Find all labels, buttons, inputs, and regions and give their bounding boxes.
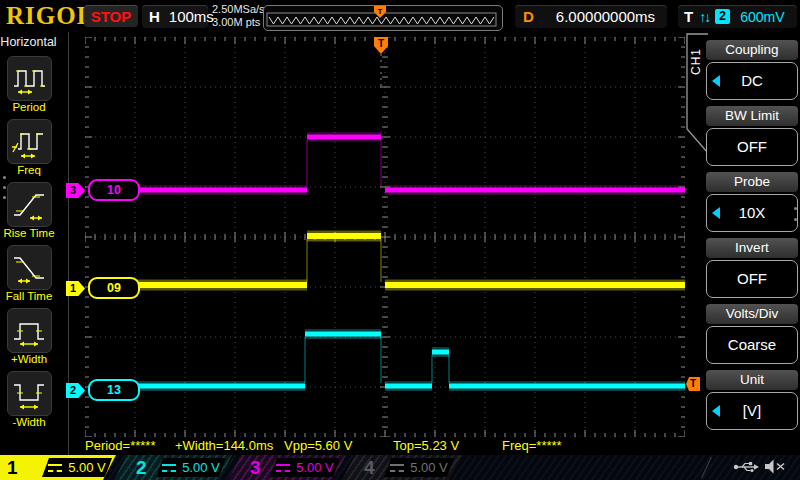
menu-button-period[interactable] (7, 56, 52, 101)
softkey-value-box[interactable]: DC (706, 62, 798, 100)
dc-coupling-icon (276, 463, 290, 472)
left-scroll-dot (3, 186, 6, 189)
channel-number: 1 (7, 455, 18, 480)
rigol-logo: RIGOL (6, 2, 94, 30)
trigger-label: T (684, 8, 693, 25)
softkey-value: OFF (737, 270, 767, 287)
softkey-unit[interactable]: Unit [V] (706, 370, 798, 430)
softkey-title: Unit (706, 370, 798, 390)
select-arrow-icon (712, 405, 720, 417)
channel-chip-4[interactable]: 4 5.00 V (342, 455, 462, 480)
dc-coupling-icon (48, 463, 62, 472)
left-scroll-dot (3, 196, 6, 199)
channel-position-marker-1[interactable]: 1 (66, 281, 85, 296)
softkey-value-box[interactable]: 10X (706, 194, 798, 232)
menu-label-plus-width: +Width (0, 353, 62, 365)
softkey-value: Coarse (728, 336, 776, 353)
channel-number: 4 (364, 455, 375, 480)
scope-display: T (85, 37, 685, 437)
channel-position-marker-3[interactable]: 3 (66, 183, 85, 198)
minus-width-icon (8, 372, 51, 415)
softkey-title: Probe (706, 172, 798, 192)
menu-label-rise-time: Rise Time (0, 227, 62, 239)
measurement-period: Period=***** (85, 438, 155, 453)
timebase-readout[interactable]: H100ms (142, 5, 208, 28)
softkey-title: Coupling (706, 40, 798, 60)
delay-value: 6.00000000ms (556, 8, 655, 25)
channel-number: 2 (136, 455, 147, 480)
menu-label-minus-width: -Width (0, 416, 62, 428)
timebase-value: 100ms (169, 8, 214, 25)
waveform-svg: T (85, 37, 685, 437)
rise-time-icon (8, 183, 51, 226)
waveform-preview[interactable]: T (263, 5, 503, 31)
fall-time-icon (8, 246, 51, 289)
softkey-volts-div[interactable]: Volts/Div Coarse (706, 304, 798, 364)
select-arrow-icon (712, 207, 720, 219)
top-status-bar: RIGOL STOP H100ms 2.50MSa/s 3.00M pts T … (0, 0, 800, 32)
right-scroll-dot (794, 207, 797, 210)
channel-scale: 5.00 V (182, 460, 220, 475)
softkey-value-box[interactable]: OFF (706, 128, 798, 166)
trigger-readout[interactable]: T ↑↓ 2 600mV (678, 5, 797, 28)
channel-scale-box: 5.00 V (156, 458, 226, 477)
wave-label-ch2: 13 (88, 379, 140, 401)
run-state-indicator[interactable]: STOP (84, 5, 138, 28)
menu-button-fall-time[interactable] (7, 245, 52, 290)
dc-coupling-icon (390, 463, 404, 472)
channel-scale-box: 5.00 V (270, 458, 340, 477)
softkey-probe[interactable]: Probe 10X (706, 172, 798, 232)
wave-label-ch1: 09 (88, 277, 140, 299)
softkey-value: [V] (743, 402, 761, 419)
softkey-coupling[interactable]: Coupling DC (706, 40, 798, 100)
trigger-level-marker[interactable]: T (686, 377, 700, 391)
channel-position-marker-2[interactable]: 2 (66, 383, 85, 398)
measurement-top: Top=5.23 V (393, 438, 459, 453)
svg-text:T: T (378, 38, 384, 49)
trigger-level-value: 600mV (740, 9, 784, 25)
channel-scale: 5.00 V (68, 460, 106, 475)
softkey-invert[interactable]: Invert OFF (706, 238, 798, 298)
dc-coupling-icon (162, 463, 176, 472)
plus-width-icon (8, 309, 51, 352)
softkey-title: Invert (706, 238, 798, 258)
acquisition-info: 2.50MSa/s 3.00M pts (212, 3, 265, 29)
channel-scale-box: 5.00 V (384, 458, 454, 477)
softkey-title: Volts/Div (706, 304, 798, 324)
menu-button-minus-width[interactable] (7, 371, 52, 416)
menu-label-period: Period (0, 101, 62, 113)
menu-label-freq: Freq (0, 164, 62, 176)
softkey-value: DC (741, 72, 763, 89)
measurement-freq: Freq=***** (502, 438, 562, 453)
period-icon (8, 57, 51, 100)
menu-button-freq[interactable] (7, 119, 52, 164)
softkey-value-box[interactable]: OFF (706, 260, 798, 298)
softkey-title: BW Limit (706, 106, 798, 126)
trigger-slope-icon: ↑↓ (699, 9, 709, 25)
menu-button-rise-time[interactable] (7, 182, 52, 227)
channel-number: 3 (250, 455, 261, 480)
freq-icon (8, 120, 51, 163)
menu-button-plus-width[interactable] (7, 308, 52, 353)
delay-readout[interactable]: D6.00000000ms (515, 5, 667, 28)
measurement-pluswidth: +Width=144.0ms (175, 438, 273, 453)
softkey-value-box[interactable]: Coarse (706, 326, 798, 364)
softkey-value: 10X (739, 204, 766, 221)
channel-tab-ch1[interactable]: CH1 (689, 48, 703, 75)
softkey-value-box[interactable]: [V] (706, 392, 798, 430)
channel-chip-3[interactable]: 3 5.00 V (228, 455, 346, 480)
svg-text:T: T (378, 7, 383, 16)
channel-scale: 5.00 V (410, 460, 448, 475)
speaker-muted-icon (763, 459, 786, 474)
softkey-value: OFF (737, 138, 767, 155)
softkey-bw-limit[interactable]: BW Limit OFF (706, 106, 798, 166)
channel-chip-1[interactable]: 1 5.00 V (0, 455, 116, 480)
channel-chip-2[interactable]: 2 5.00 V (114, 455, 232, 480)
memory-depth: 3.00M pts (212, 16, 265, 29)
timebase-label: H (149, 8, 160, 25)
oscilloscope-screen: RIGOL STOP H100ms 2.50MSa/s 3.00M pts T … (0, 0, 800, 480)
channel-scale: 5.00 V (296, 460, 334, 475)
measurement-vpp: Vpp=5.60 V (284, 438, 352, 453)
right-scroll-dot (794, 218, 797, 221)
delay-label: D (523, 8, 534, 25)
